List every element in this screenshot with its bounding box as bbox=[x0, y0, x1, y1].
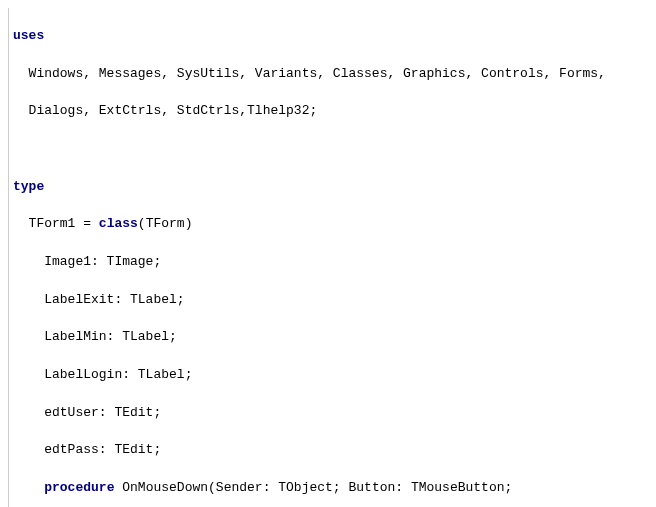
keyword-procedure: procedure bbox=[44, 480, 114, 495]
code-line: procedure OnMouseDown(Sender: TObject; B… bbox=[13, 479, 656, 498]
keyword-class: class bbox=[99, 216, 138, 231]
code-line: edtUser: TEdit; bbox=[13, 404, 656, 423]
text: (TForm) bbox=[138, 216, 193, 231]
text: TForm1 = bbox=[13, 216, 99, 231]
code-block: uses Windows, Messages, SysUtils, Varian… bbox=[8, 8, 656, 507]
code-line: uses bbox=[13, 27, 656, 46]
code-line: LabelLogin: TLabel; bbox=[13, 366, 656, 385]
code-line: Windows, Messages, SysUtils, Variants, C… bbox=[13, 65, 656, 84]
keyword-type: type bbox=[13, 179, 44, 194]
code-line: LabelExit: TLabel; bbox=[13, 291, 656, 310]
keyword-uses: uses bbox=[13, 28, 44, 43]
code-line bbox=[13, 140, 656, 159]
code-line: Image1: TImage; bbox=[13, 253, 656, 272]
text: OnMouseDown(Sender: TObject; Button: TMo… bbox=[114, 480, 512, 495]
code-line: type bbox=[13, 178, 656, 197]
code-line: Dialogs, ExtCtrls, StdCtrls,Tlhelp32; bbox=[13, 102, 656, 121]
code-line: LabelMin: TLabel; bbox=[13, 328, 656, 347]
code-line: TForm1 = class(TForm) bbox=[13, 215, 656, 234]
code-line: edtPass: TEdit; bbox=[13, 441, 656, 460]
